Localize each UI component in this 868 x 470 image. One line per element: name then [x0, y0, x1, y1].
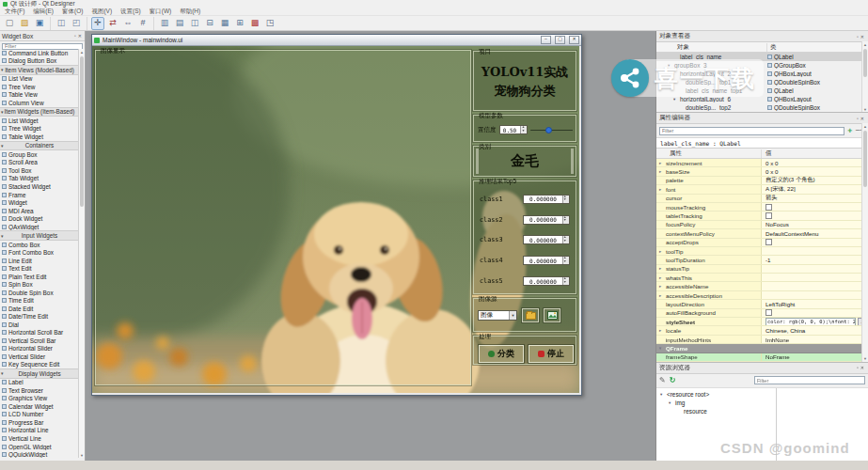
widget-item[interactable]: Text Edit: [0, 264, 79, 273]
property-row[interactable]: inputMethodHintsImhNone: [656, 336, 868, 344]
class-value-spinbox[interactable]: 0.000000▲▼: [523, 215, 570, 225]
menu-item[interactable]: 设置(S): [120, 8, 141, 16]
property-row[interactable]: acceptDrops: [656, 239, 868, 247]
inspector-row[interactable]: label_cls_name_top1QLabel: [656, 86, 868, 95]
class-value-spinbox[interactable]: 0.000000▲▼: [523, 276, 570, 286]
inspector-row[interactable]: label_cls_nameQLabel: [656, 53, 868, 61]
widget-item[interactable]: Tree Widget: [0, 125, 79, 133]
widget-category-header[interactable]: ▾Item Widgets (Item-Based): [0, 107, 79, 118]
property-editor-scrollbar[interactable]: ▲ ▼: [861, 123, 868, 362]
edit-widgets-icon[interactable]: ✛: [91, 17, 104, 30]
widget-item[interactable]: Dock Widget: [0, 214, 79, 223]
layout-horizontal-icon[interactable]: ▥: [158, 17, 171, 30]
scroll-down-icon[interactable]: ▼: [79, 452, 85, 458]
property-row[interactable]: autoFillBackground: [656, 309, 868, 318]
widget-item[interactable]: Vertical Scroll Bar: [0, 337, 79, 345]
paste-icon[interactable]: ◰: [70, 17, 83, 30]
menu-item[interactable]: 窗口(W): [150, 8, 171, 16]
class-value-spinbox[interactable]: 0.000000▲▼: [523, 256, 570, 265]
property-row[interactable]: mouseTracking: [656, 203, 868, 212]
widget-box-scrollbar[interactable]: ▲ ▼: [78, 49, 85, 458]
widget-item[interactable]: Key Sequence Edit: [0, 361, 79, 369]
property-row[interactable]: focusPolicyNoFocus: [656, 221, 868, 229]
widget-item[interactable]: Progress Bar: [0, 418, 79, 427]
image-source-combobox[interactable]: 图像 ▼: [478, 310, 517, 321]
widget-item[interactable]: List Widget: [0, 117, 79, 125]
property-row[interactable]: cursor箭头: [656, 195, 868, 203]
property-row[interactable]: palette自定义的(3 个角色): [656, 177, 868, 185]
dock-close-icon[interactable]: ✕: [860, 365, 865, 370]
splitter-horizontal-icon[interactable]: ◫: [188, 17, 201, 30]
checkbox-unchecked[interactable]: [765, 212, 772, 219]
category-left-scrollbar[interactable]: [476, 149, 479, 174]
widget-item[interactable]: Line Edit: [0, 257, 79, 265]
widget-item[interactable]: QAxWidget: [0, 223, 79, 231]
category-right-scrollbar[interactable]: [571, 149, 574, 174]
form-close-button[interactable]: ✕: [569, 36, 579, 44]
property-row[interactable]: ▸sizeIncrement0 x 0: [656, 159, 868, 167]
combo-dropdown-icon[interactable]: ▼: [509, 311, 516, 320]
widget-item[interactable]: Dial: [0, 321, 79, 329]
property-row[interactable]: ▸whatsThis: [656, 274, 868, 282]
property-row[interactable]: toolTipDuration-1: [656, 256, 868, 264]
open-folder-button[interactable]: [522, 308, 539, 322]
reload-resources-icon[interactable]: ↻: [670, 376, 676, 384]
widget-item[interactable]: Graphics View: [0, 395, 79, 403]
form-titlebar[interactable]: MainWindow - mainwindow.ui – ▢ ✕: [92, 35, 581, 46]
menu-item[interactable]: 帮助(H): [180, 8, 200, 16]
resource-filter-input[interactable]: [754, 376, 865, 384]
widget-item[interactable]: Date/Time Edit: [0, 313, 79, 321]
confidence-slider[interactable]: [530, 125, 574, 134]
spin-down-icon[interactable]: ▼: [563, 281, 569, 285]
widget-item[interactable]: Double Spin Box: [0, 289, 79, 297]
widget-item[interactable]: Command Link Button: [0, 49, 79, 57]
property-row[interactable]: ▸localeChinese, China: [656, 326, 868, 335]
widget-item[interactable]: Stacked Widget: [0, 182, 79, 191]
inspector-row[interactable]: ▾groupBox_3QGroupBox: [656, 61, 868, 70]
widget-item[interactable]: Column View: [0, 99, 79, 107]
widget-item[interactable]: Horizontal Slider: [0, 345, 79, 353]
menu-item[interactable]: 视图(V): [91, 8, 112, 16]
add-property-icon[interactable]: ＋: [846, 127, 854, 134]
copy-icon[interactable]: ◫: [55, 17, 68, 30]
menu-item[interactable]: 文件(F): [5, 8, 24, 16]
save-icon[interactable]: ▣: [33, 17, 46, 30]
layout-vertical-icon[interactable]: ▤: [173, 17, 186, 30]
property-row[interactable]: layoutDirectionLeftToRight: [656, 300, 868, 308]
widget-item[interactable]: LCD Number: [0, 411, 79, 419]
confidence-spinbox[interactable]: 0.50 ▲▼: [499, 125, 528, 134]
resource-tree-item[interactable]: resource: [656, 407, 776, 415]
edit-resources-icon[interactable]: ✎: [659, 376, 666, 384]
property-row[interactable]: frameShapeNoFrame: [656, 353, 868, 362]
object-inspector-scrollbar[interactable]: ▲ ▼: [861, 41, 868, 112]
scroll-up-icon[interactable]: ▲: [79, 49, 85, 55]
widget-item[interactable]: Date Edit: [0, 305, 79, 313]
resource-tree-item[interactable]: ▾img: [656, 399, 776, 407]
property-row[interactable]: ▾QFrame: [656, 344, 868, 352]
dock-close-icon[interactable]: ✕: [860, 116, 865, 121]
form-minimize-button[interactable]: –: [541, 36, 551, 44]
stop-button[interactable]: 停止: [529, 345, 574, 363]
splitter-vertical-icon[interactable]: ⊟: [203, 17, 216, 30]
widget-item[interactable]: Group Box: [0, 150, 79, 159]
edit-taborder-icon[interactable]: #: [136, 17, 150, 30]
widget-item[interactable]: Table View: [0, 91, 79, 100]
slider-handle[interactable]: [545, 127, 552, 133]
widget-item[interactable]: Table Widget: [0, 133, 79, 141]
resource-tree-item[interactable]: ▾<resource root>: [656, 390, 776, 399]
spin-down-icon[interactable]: ▼: [563, 219, 569, 223]
widget-item[interactable]: Label: [0, 379, 79, 387]
widget-item[interactable]: Scroll Area: [0, 159, 79, 167]
inspector-row[interactable]: horizontalLayout_2QHBoxLayout: [656, 70, 868, 78]
menu-item[interactable]: 窗体(O): [62, 8, 83, 16]
edit-signals-icon[interactable]: ⇄: [106, 17, 119, 30]
form-layout-icon[interactable]: ▦: [218, 17, 231, 30]
widget-item[interactable]: OpenGL Widget: [0, 443, 79, 451]
widget-item[interactable]: List View: [0, 75, 79, 84]
property-filter-input[interactable]: [659, 127, 844, 135]
grid-layout-icon[interactable]: ⊞: [233, 17, 246, 30]
widget-item[interactable]: Frame: [0, 191, 79, 199]
checkbox-unchecked[interactable]: [765, 239, 772, 245]
adjust-size-icon[interactable]: ◳: [263, 17, 276, 30]
widget-item[interactable]: Tab Widget: [0, 175, 79, 183]
